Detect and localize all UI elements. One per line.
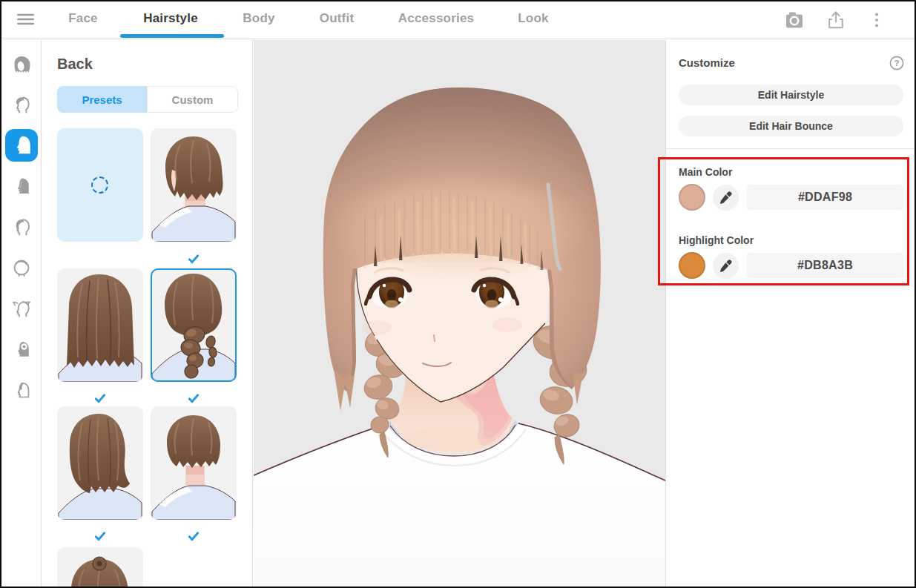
svg-text:?: ? [894,59,899,67]
